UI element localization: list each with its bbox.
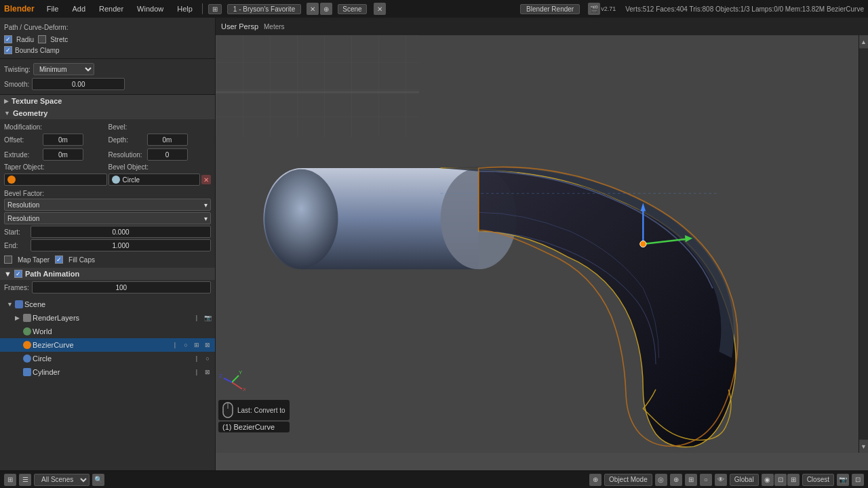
bezier-vis2[interactable]: ○	[181, 340, 191, 350]
bevel-label: Bevel:	[108, 123, 212, 131]
visibility-icon[interactable]: 👁	[715, 474, 727, 486]
end-field[interactable]	[31, 239, 211, 251]
proportional-icon[interactable]: ○	[700, 474, 712, 486]
taper-obj-field[interactable]	[4, 174, 107, 186]
mod-bevel-labels: Modification: Bevel:	[0, 122, 215, 132]
scene-label: Scene	[24, 300, 212, 308]
depth-field[interactable]	[147, 134, 188, 146]
mode-icon[interactable]: ⊕	[320, 3, 332, 15]
taper-bevel-fields: Circle ✕	[0, 172, 215, 187]
circle-vis1[interactable]: |	[192, 354, 201, 363]
menu-render[interactable]: Render	[95, 3, 127, 14]
stretch-checkbox[interactable]	[38, 35, 46, 43]
viewport[interactable]: User Persp Meters	[216, 18, 868, 470]
camera-icon[interactable]: 📷	[837, 474, 849, 486]
snap-icon[interactable]: ⊞	[685, 474, 697, 486]
path-anim-checkbox[interactable]: ✓	[14, 270, 22, 278]
view-unit: Meters	[264, 23, 285, 30]
geometry-arrow: ▼	[4, 110, 10, 117]
bevel-obj-clear[interactable]: ✕	[201, 175, 211, 184]
snap-opt1[interactable]: ◉	[762, 474, 774, 486]
world-label: World	[33, 327, 212, 336]
last-action-label: Last: Convert to	[237, 407, 285, 414]
resolution-dropdown1[interactable]: Resolution▾	[4, 199, 211, 211]
menu-window[interactable]: Window	[133, 3, 167, 14]
scroll-up-btn[interactable]: ▲	[859, 35, 868, 49]
tree-item-scene[interactable]: ▼ Scene	[0, 298, 215, 311]
twisting-row: Twisting: Minimum Tangent	[0, 62, 215, 77]
tree-item-beziercurve[interactable]: BezierCurve | ○ ⊞ ⊠	[0, 338, 215, 352]
twisting-panel: Twisting: Minimum Tangent Smooth:	[0, 59, 215, 95]
menu-add[interactable]: Add	[68, 3, 90, 14]
workspace-selector[interactable]: 1 - Bryson's Favorite	[227, 4, 301, 14]
twisting-dropdown[interactable]: Minimum Tangent	[33, 63, 94, 75]
bottom-editor-type[interactable]: ⊞	[4, 474, 16, 486]
bezier-vis4[interactable]: ⊠	[203, 340, 212, 350]
viewport-scrollbar[interactable]: ▲ ▼	[859, 35, 868, 453]
scene-selector[interactable]: Scene	[338, 4, 366, 14]
transform-icon[interactable]: ⊕	[670, 474, 682, 486]
search-btn[interactable]: 🔍	[92, 474, 104, 486]
radius-checkbox[interactable]: ✓	[4, 35, 12, 43]
cross-btn[interactable]: ✕	[307, 3, 319, 15]
svg-text:Y: Y	[239, 369, 243, 375]
end-row: End:	[4, 239, 211, 251]
resolution-field[interactable]	[147, 148, 188, 161]
fill-caps-checkbox[interactable]: ✓	[55, 256, 63, 264]
viewport-mode-icon[interactable]: ⊕	[589, 474, 601, 486]
twisting-section: Path / Curve-Deform: ✓ Radiu Stretc ✓ Bo…	[0, 18, 215, 59]
display-icon[interactable]: ⊡	[852, 474, 864, 486]
render-engine-selector[interactable]: Blender Render	[520, 4, 580, 14]
start-field[interactable]	[31, 226, 211, 238]
snap-opt2[interactable]: ⊡	[774, 474, 787, 486]
bottom-menu-icon[interactable]: ☰	[19, 474, 31, 486]
editor-type-button[interactable]: ⊞	[208, 4, 222, 14]
render-icon[interactable]: 🎬	[588, 3, 600, 15]
menu-help[interactable]: Help	[173, 3, 197, 14]
bezier-vis1[interactable]: |	[170, 340, 180, 350]
snap-opt3[interactable]: ⊞	[787, 474, 800, 486]
geometry-title: Geometry	[13, 109, 47, 117]
texture-space-header[interactable]: ▶ Texture Space	[0, 95, 215, 107]
bevel-obj-field[interactable]: Circle	[108, 174, 201, 186]
renderlayers-vis[interactable]: |	[192, 313, 201, 323]
circle-icon	[112, 176, 120, 184]
smooth-field[interactable]	[32, 78, 125, 90]
frames-field[interactable]	[32, 281, 211, 293]
map-taper-fill-row: Map Taper ✓ Fill Caps	[0, 254, 215, 265]
path-animation-header[interactable]: ▼ ✓ Path Animation	[0, 268, 215, 280]
all-scenes-selector[interactable]: All Scenes	[34, 474, 90, 486]
map-taper-checkbox[interactable]	[4, 256, 12, 264]
viewport-3d[interactable]: X Y Z Last: Convert to	[216, 35, 868, 453]
offset-field[interactable]	[43, 134, 83, 146]
circle-vis2[interactable]: ○	[203, 354, 212, 363]
depth-label: Depth:	[108, 136, 146, 144]
frames-row: Frames:	[0, 280, 215, 295]
global-btn[interactable]: Global	[730, 474, 759, 486]
cylinder-vis2[interactable]: ⊠	[203, 367, 212, 377]
closest-btn[interactable]: Closest	[802, 474, 834, 486]
pivot-icon[interactable]: ◎	[655, 474, 667, 486]
cylinder-icon	[23, 368, 31, 376]
offset-depth-row: Offset: Depth:	[0, 132, 215, 147]
geometry-header[interactable]: ▼ Geometry	[0, 107, 215, 119]
cylinder-vis1[interactable]: |	[192, 367, 201, 377]
scroll-down-btn[interactable]: ▼	[859, 439, 868, 453]
bounds-clamp-checkbox[interactable]: ✓	[4, 46, 12, 54]
bottom-right-controls: ⊕ Object Mode ◎ ⊕ ⊞ ○ 👁 Global ◉ ⊡ ⊞ Clo…	[589, 474, 864, 486]
texture-space-arrow: ▶	[4, 98, 9, 104]
tree-item-cylinder[interactable]: Cylinder | ⊠	[0, 365, 215, 379]
bounds-clamp-row: ✓ Bounds Clamp	[0, 45, 215, 56]
tree-item-renderlayers[interactable]: ▶ RenderLayers | 📷	[0, 311, 215, 325]
bezier-vis3[interactable]: ⊞	[192, 340, 201, 350]
resolution-dropdown2[interactable]: Resolution▾	[4, 212, 211, 224]
scene-x[interactable]: ✕	[374, 3, 386, 15]
extrude-field[interactable]	[43, 148, 83, 161]
tree-item-circle[interactable]: Circle | ○	[0, 352, 215, 365]
svg-line-14	[232, 375, 239, 382]
menu-file[interactable]: File	[43, 3, 63, 14]
tree-item-world[interactable]: World	[0, 325, 215, 338]
renderlayers-cam[interactable]: 📷	[203, 313, 212, 323]
circle-tree-icon	[23, 354, 31, 363]
object-mode-btn[interactable]: Object Mode	[604, 474, 652, 486]
